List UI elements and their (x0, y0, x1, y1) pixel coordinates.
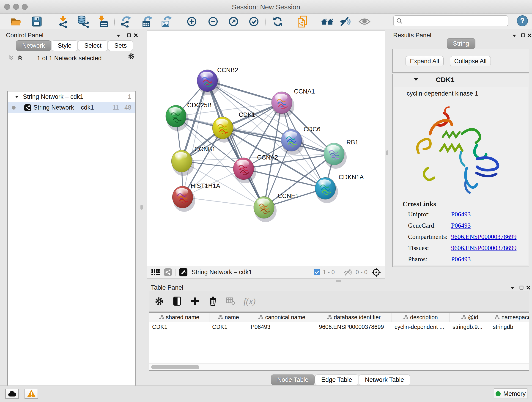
options-gear-icon[interactable] (128, 53, 135, 60)
tab-sets[interactable]: Sets (108, 40, 133, 51)
import-network-file-button[interactable] (56, 15, 70, 28)
network-edge[interactable] (183, 81, 207, 197)
column-header-@id[interactable]: @id (450, 313, 490, 322)
table-cell[interactable]: stringdb:9... (450, 322, 490, 332)
network-collection-row[interactable]: String Network – cdk1 1 (8, 91, 135, 102)
import-table-file-button[interactable] (96, 15, 109, 28)
column-header-database-identifier[interactable]: database identifier (316, 313, 392, 322)
first-neighbors-button[interactable] (320, 15, 334, 28)
cloud-icon (8, 391, 17, 397)
splitter-handle[interactable] (386, 150, 388, 155)
tab-style[interactable]: Style (51, 40, 78, 51)
function-builder-icon[interactable]: f(x) (244, 296, 256, 306)
crosslink-link[interactable]: P06493 (451, 255, 471, 263)
table-cell[interactable]: CDK1 (149, 322, 209, 332)
panel-close-icon[interactable] (133, 32, 139, 39)
zoom-fit-button[interactable] (227, 15, 240, 28)
splitter-handle[interactable] (140, 205, 143, 210)
show-all-button[interactable] (358, 15, 371, 28)
delete-table-icon[interactable] (226, 298, 236, 305)
network-row-selected[interactable]: String Network – cdk1 11 48 (8, 102, 135, 113)
refresh-button[interactable] (271, 15, 285, 28)
grid-view-icon[interactable] (151, 269, 160, 276)
panel-maximize-icon[interactable] (520, 32, 526, 39)
search-field[interactable] (405, 17, 501, 25)
hidden-eye-slash-icon[interactable] (343, 269, 353, 276)
export-table-button[interactable] (140, 15, 154, 28)
column-header-name[interactable]: name (209, 313, 248, 322)
open-session-button[interactable] (9, 15, 23, 28)
help-button[interactable]: ? (517, 15, 528, 26)
network-node-HIST1H1A[interactable]: HIST1H1A (172, 182, 220, 212)
tab-edge-table[interactable]: Edge Table (315, 375, 358, 385)
table-cell[interactable]: CDK1 (209, 322, 248, 332)
tab-network-table[interactable]: Network Table (359, 375, 410, 385)
table-settings-gear-icon[interactable] (154, 298, 164, 305)
network-node-RB1[interactable]: RB1 (324, 139, 359, 169)
network-snapshot-button[interactable] (296, 15, 309, 28)
panel-close-icon[interactable] (525, 284, 532, 291)
tab-select[interactable]: Select (78, 40, 108, 51)
tab-string[interactable]: String (447, 38, 475, 49)
zoom-selected-button[interactable] (247, 15, 261, 28)
network-node-CDKN1A[interactable]: CDKN1A (315, 174, 364, 203)
crosslink-row: Uniprot:P06493 (408, 211, 527, 218)
add-column-icon[interactable] (190, 298, 200, 305)
column-header-namespace[interactable]: namespace (490, 313, 529, 322)
scrollbar-thumb[interactable] (151, 365, 199, 369)
delete-column-trash-icon[interactable] (208, 298, 218, 305)
panel-close-icon[interactable] (526, 32, 532, 39)
memory-button[interactable]: Memory (494, 389, 527, 399)
network-node-CCNA1[interactable]: CCNA1 (272, 88, 315, 117)
hide-selected-button[interactable] (338, 15, 352, 28)
search-input[interactable] (393, 15, 508, 26)
network-edge[interactable] (207, 81, 334, 154)
table-cell[interactable]: stringdb (490, 322, 529, 332)
crosslink-link[interactable]: P06493 (451, 211, 471, 218)
crosshair-icon[interactable] (370, 269, 383, 276)
panel-maximize-icon[interactable] (518, 284, 525, 291)
network-node-CCNB1[interactable]: CCNB1 (171, 146, 215, 176)
zoom-out-button[interactable] (206, 15, 220, 28)
export-image-button[interactable] (160, 15, 173, 28)
network-list-share-icon[interactable] (163, 269, 172, 276)
save-session-button[interactable] (30, 15, 44, 28)
horizontal-scrollbar[interactable] (149, 364, 529, 370)
show-columns-icon[interactable] (172, 298, 182, 305)
splitter-handle[interactable] (336, 280, 341, 282)
collapse-all-button[interactable]: Collapse All (450, 56, 491, 66)
node-label-RB1: RB1 (346, 139, 359, 146)
table-cell[interactable]: cyclin-dependent ... (392, 322, 450, 332)
import-network-database-button[interactable] (76, 15, 89, 28)
panel-float-icon[interactable] (115, 32, 122, 39)
save-floppy-icon (32, 16, 42, 27)
table-cell[interactable]: P06493 (248, 322, 316, 332)
network-node-CCNE1[interactable]: CCNE1 (254, 192, 299, 222)
column-header-description[interactable]: description (392, 313, 450, 322)
crosslink-link[interactable]: 9606.ENSP00000378699 (451, 244, 516, 252)
network-node-CDC6[interactable]: CDC6 (281, 126, 321, 155)
selected-checkbox[interactable] (314, 269, 321, 276)
network-node-CCNA2[interactable]: CCNA2 (233, 154, 278, 183)
column-header-canonical-name[interactable]: canonical name (248, 313, 316, 322)
crosslink-link[interactable]: P06493 (451, 222, 471, 229)
network-view[interactable]: CCNB2CCNA1CDC25BCDK1CDC6RB1CCNB1CCNA2CDK… (147, 31, 385, 266)
tree-expand-icon[interactable] (13, 94, 20, 100)
tab-network[interactable]: Network (16, 40, 51, 51)
panel-float-icon[interactable] (511, 32, 518, 39)
cloud-status-button[interactable] (5, 389, 19, 399)
section-collapse-icon[interactable] (412, 76, 419, 83)
column-header-shared-name[interactable]: shared name (149, 313, 209, 322)
table-cell[interactable]: 9606.ENSP00000378699 (316, 322, 392, 332)
tab-node-table[interactable]: Node Table (271, 375, 315, 385)
crosslink-link[interactable]: 9606.ENSP00000378699 (451, 233, 516, 240)
warning-status-button[interactable] (25, 389, 38, 399)
network-node-CCNB2[interactable]: CCNB2 (197, 67, 238, 95)
expand-all-button[interactable]: Expand All (405, 56, 443, 66)
zoom-in-button[interactable] (185, 15, 199, 28)
export-network-button[interactable] (119, 15, 133, 28)
birds-eye-view-icon[interactable] (178, 269, 188, 276)
table-row[interactable]: CDK1CDK1P064939606.ENSP00000378699cyclin… (149, 322, 529, 332)
panel-maximize-icon[interactable] (126, 32, 133, 39)
gene-section-header[interactable]: CDK1 (393, 74, 529, 85)
